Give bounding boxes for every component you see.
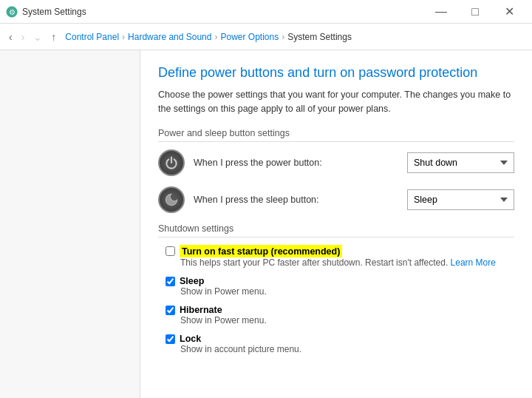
sleep-desc: Show in Power menu.: [180, 286, 514, 297]
close-button[interactable]: ✕: [492, 0, 526, 24]
sleep-button-dropdown[interactable]: Do nothing Sleep Hibernate Shut down: [407, 189, 514, 210]
main-container: Define power buttons and turn on passwor…: [0, 50, 532, 398]
breadcrumb: Control Panel › Hardware and Sound › Pow…: [65, 32, 352, 42]
power-sleep-section-label: Power and sleep button settings: [158, 128, 514, 142]
title-bar-text: System Settings: [22, 7, 86, 17]
recent-locations-button[interactable]: ⌄: [30, 30, 45, 44]
breadcrumb-hardware-sound[interactable]: Hardware and Sound: [128, 32, 211, 42]
shutdown-options: Turn on fast startup (recommended) This …: [158, 245, 514, 354]
lock-checkbox[interactable]: [166, 334, 175, 344]
hibernate-option: Hibernate Show in Power menu.: [166, 304, 514, 326]
sleep-option: Sleep Show in Power menu.: [166, 275, 514, 297]
minimize-button[interactable]: —: [424, 0, 458, 24]
fast-startup-checkbox[interactable]: [166, 246, 175, 256]
fast-startup-option: Turn on fast startup (recommended) This …: [166, 245, 514, 268]
sleep-label[interactable]: Sleep: [180, 275, 204, 286]
fast-startup-label[interactable]: Turn on fast startup (recommended): [180, 245, 342, 257]
svg-text:⚙: ⚙: [9, 8, 16, 16]
learn-more-link[interactable]: Learn More: [451, 257, 496, 268]
back-button[interactable]: ‹: [6, 30, 16, 44]
app-icon: ⚙: [6, 6, 18, 18]
forward-button[interactable]: ›: [18, 30, 28, 44]
title-bar: ⚙ System Settings — □ ✕: [0, 0, 532, 24]
sleep-button-label: When I press the sleep button:: [194, 195, 398, 205]
power-button-label: When I press the power button:: [194, 158, 398, 168]
up-button[interactable]: ↑: [48, 30, 59, 44]
lock-label[interactable]: Lock: [180, 333, 201, 344]
sleep-checkbox[interactable]: [166, 277, 175, 286]
breadcrumb-control-panel[interactable]: Control Panel: [65, 32, 119, 42]
hibernate-label[interactable]: Hibernate: [180, 304, 222, 315]
power-button-icon: [158, 149, 185, 176]
lock-desc: Show in account picture menu.: [180, 344, 514, 354]
fast-startup-desc: This helps start your PC faster after sh…: [180, 257, 514, 268]
content-area: Define power buttons and turn on passwor…: [140, 50, 532, 398]
nav-bar: ‹ › ⌄ ↑ Control Panel › Hardware and Sou…: [0, 24, 532, 50]
power-button-dropdown[interactable]: Do nothing Sleep Hibernate Shut down Tur…: [407, 152, 514, 173]
power-button-row: When I press the power button: Do nothin…: [158, 149, 514, 176]
sleep-button-icon: [158, 186, 185, 213]
breadcrumb-current: System Settings: [287, 32, 352, 42]
page-title: Define power buttons and turn on passwor…: [158, 65, 514, 81]
breadcrumb-power-options[interactable]: Power Options: [220, 32, 279, 42]
hibernate-desc: Show in Power menu.: [180, 315, 514, 326]
lock-option: Lock Show in account picture menu.: [166, 333, 514, 354]
hibernate-checkbox[interactable]: [166, 306, 175, 315]
window-controls: — □ ✕: [424, 0, 526, 24]
maximize-button[interactable]: □: [458, 0, 492, 24]
page-description: Choose the power settings that you want …: [158, 88, 514, 116]
sleep-button-row: When I press the sleep button: Do nothin…: [158, 186, 514, 213]
shutdown-section-label: Shutdown settings: [158, 223, 514, 237]
left-panel: [0, 50, 140, 398]
